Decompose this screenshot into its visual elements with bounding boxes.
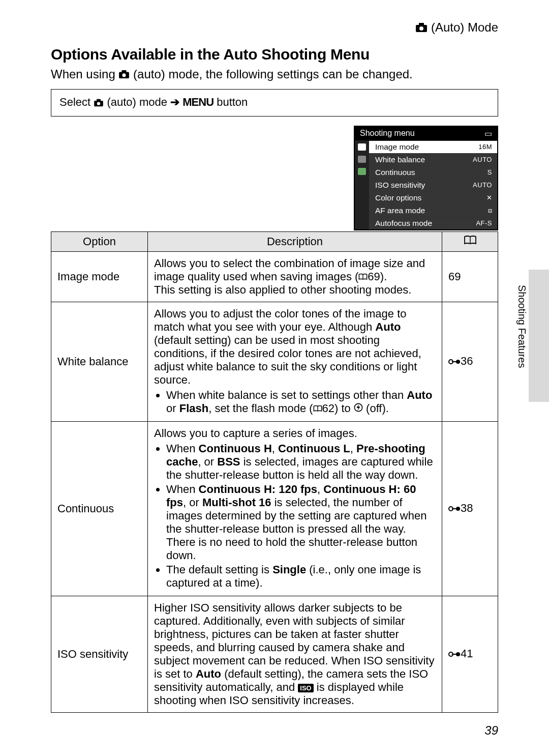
section-label: Shooting Features (516, 285, 528, 368)
desc-iso-sensitivity: Higher ISO sensitivity allows darker sub… (148, 596, 442, 712)
mode-label: (Auto) Mode (431, 20, 498, 34)
options-table: Option Description Image mode Allows you… (51, 231, 498, 713)
th-description: Description (148, 231, 442, 251)
flash-off-icon (354, 402, 363, 415)
camera-icon (94, 97, 104, 110)
table-row: White balance Allows you to adjust the c… (51, 302, 498, 421)
camera-icon (118, 68, 130, 82)
menu-row: AF area mode⧈ (369, 204, 497, 217)
ref-continuous: 38 (442, 421, 498, 596)
th-reference (442, 231, 498, 251)
camera-icon (415, 21, 428, 36)
tab-camera-icon (358, 143, 366, 151)
opt-white-balance: White balance (51, 302, 148, 421)
instruction-box: Select (auto) mode ➔ MENU button (51, 89, 498, 116)
svg-rect-1 (419, 23, 424, 25)
menu-button-label: MENU (182, 96, 214, 108)
book-icon (464, 235, 477, 248)
book-icon (313, 402, 322, 415)
page-title: Options Available in the Auto Shooting M… (51, 46, 498, 63)
ref-white-balance: 36 (442, 302, 498, 421)
opt-image-mode: Image mode (51, 251, 148, 302)
menu-row: ISO sensitivityAUTO (369, 179, 497, 191)
menu-row: Image mode16M (369, 140, 497, 153)
opt-iso-sensitivity: ISO sensitivity (51, 596, 148, 712)
select-post: button (217, 96, 248, 108)
menu-category-tabs (355, 140, 369, 229)
desc-continuous: Allows you to capture a series of images… (148, 421, 442, 596)
ref-image-mode: 69 (442, 251, 498, 302)
reference-ext-icon (448, 356, 461, 369)
select-mid: (auto) mode (107, 96, 170, 108)
table-row: Image mode Allows you to select the comb… (51, 251, 498, 302)
desc-image-mode: Allows you to select the combination of … (148, 251, 442, 302)
intro-post: (auto) mode, the following settings can … (133, 67, 413, 81)
intro-text: When using (auto) mode, the following se… (51, 67, 498, 82)
arrow-icon: ➔ (170, 96, 179, 108)
reference-ext-icon (448, 648, 461, 661)
svg-rect-4 (122, 70, 127, 73)
table-row: Continuous Allows you to capture a serie… (51, 421, 498, 596)
svg-rect-7 (97, 99, 101, 101)
section-tab (529, 270, 549, 402)
opt-continuous: Continuous (51, 421, 148, 596)
iso-icon: ISO (298, 684, 313, 692)
table-row: ISO sensitivity Higher ISO sensitivity a… (51, 596, 498, 712)
menu-row: Autofocus modeAF-S (369, 217, 497, 229)
svg-point-5 (123, 74, 126, 77)
th-option: Option (51, 231, 148, 251)
menu-items: Image mode16MWhite balanceAUTOContinuous… (369, 140, 497, 229)
menu-title: Shooting menu (360, 129, 415, 138)
svg-point-8 (97, 102, 100, 105)
camera-menu-screenshot: Shooting menu ▭ Image mode16MWhite balan… (354, 126, 498, 230)
intro-pre: When using (51, 67, 118, 81)
menu-row: ContinuousS (369, 166, 497, 179)
page-number: 39 (484, 723, 498, 738)
tab-movie-icon (358, 156, 366, 163)
book-icon (358, 270, 368, 283)
menu-row: Color options✕ (369, 191, 497, 204)
select-pre: Select (59, 96, 94, 108)
battery-icon: ▭ (484, 129, 492, 138)
tab-setup-icon (358, 168, 366, 175)
menu-row: White balanceAUTO (369, 153, 497, 166)
mode-header: (Auto) Mode (51, 20, 498, 36)
ref-iso-sensitivity: 41 (442, 596, 498, 712)
svg-point-2 (419, 26, 423, 31)
reference-ext-icon (448, 503, 461, 516)
desc-white-balance: Allows you to adjust the color tones of … (148, 302, 442, 421)
